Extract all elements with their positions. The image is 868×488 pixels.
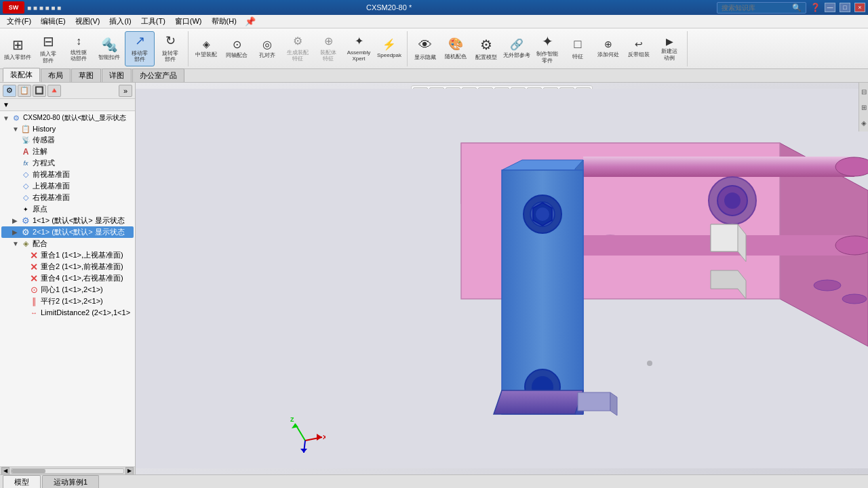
menu-window[interactable]: 窗口(W) — [171, 15, 206, 28]
history-expand[interactable]: ▼ — [12, 125, 20, 133]
tree-coincident1[interactable]: ✕ 重合1 (1<1>,上视基准面) — [1, 249, 134, 261]
belt-asm-button[interactable]: ↩ 反带组装 — [624, 31, 654, 66]
search-input[interactable] — [722, 4, 789, 12]
solid-feature-button[interactable]: □ 特征 — [563, 31, 593, 66]
no-ext-ref-button[interactable]: 🔗 无外部参考 — [502, 31, 532, 66]
tree-part2[interactable]: ▶ ⚙ 2<1> (默认<默认> 显示状态 — [1, 226, 134, 238]
statusbar-tab-model[interactable]: 模型 — [3, 475, 41, 489]
search-icon[interactable]: 🔍 — [792, 3, 802, 12]
insert-parts2-label: 插入零部件 — [40, 51, 56, 64]
svg-rect-6 — [583, 157, 854, 177]
insert-parts2-icon: ⊟ — [43, 33, 54, 49]
help-icon[interactable]: ❓ — [810, 3, 821, 12]
menu-edit[interactable]: 编辑(E) — [37, 15, 70, 28]
tree-top-plane[interactable]: ◇ 上视基准面 — [1, 180, 134, 192]
right-icon-3[interactable]: ◈ — [860, 115, 868, 130]
smart-fastener-button[interactable]: 🔩 智能扣件 — [94, 31, 124, 66]
menu-insert[interactable]: 插入(I) — [105, 15, 135, 28]
asm-feature2-icon: ⊕ — [324, 35, 333, 47]
tab-detail[interactable]: 详图 — [102, 68, 132, 82]
tree-coincident4[interactable]: ✕ 重合4 (1<1>,右视基准面) — [1, 272, 134, 284]
speedpak-button[interactable]: ⚡ Speedpak — [374, 31, 404, 66]
smart-parts-button[interactable]: ✦ 制作智能零件 — [532, 31, 562, 66]
root-label: CXSM20-80 (默认<默认_显示状态 — [23, 113, 126, 123]
asm-feature-button[interactable]: ⚙ 生成装配特征 — [283, 31, 313, 66]
right-icon-1[interactable]: ⊟ — [860, 84, 868, 99]
hole-align-icon: ◎ — [262, 38, 272, 51]
add-where-button[interactable]: ⊕ 添加何处 — [593, 31, 623, 66]
tree-coincident2[interactable]: ✕ 重合2 (1<1>,前视基准面) — [1, 261, 134, 272]
random-color-icon: 🎨 — [448, 37, 463, 52]
mates-expand[interactable]: ▼ — [12, 240, 20, 247]
property-manager-btn[interactable]: 📋 — [18, 85, 31, 97]
tab-layout[interactable]: 布局 — [41, 68, 71, 82]
tree-part1[interactable]: ▶ ⚙ 1<1> (默认<默认> 显示状态 — [1, 215, 134, 226]
scroll-left-btn[interactable]: ◀ — [1, 467, 9, 475]
menu-help[interactable]: 帮助(H) — [208, 15, 241, 28]
svg-point-7 — [835, 157, 868, 176]
part1-expand[interactable]: ▶ — [12, 217, 20, 224]
rotate-parts-label: 旋转零部件 — [162, 50, 178, 63]
config-manager-btn[interactable]: 🔲 — [33, 85, 46, 97]
scroll-right-btn[interactable]: ▶ — [125, 467, 134, 475]
right-icon-2[interactable]: ⊞ — [860, 100, 868, 115]
move-parts-button[interactable]: ↗ 移动零部件 — [125, 31, 155, 66]
close-button[interactable]: × — [854, 3, 865, 12]
statusbar-tab-motion[interactable]: 运动算例1 — [42, 475, 99, 489]
part2-expand[interactable]: ▶ — [12, 228, 20, 236]
front-plane-icon: ◇ — [20, 170, 31, 180]
linear-drive-button[interactable]: ↕ 线性驱动部件 — [64, 31, 94, 66]
feature-tree: ▼ ⚙ CXSM20-80 (默认<默认_显示状态 ▼ 📋 History 📡 … — [0, 111, 135, 466]
tree-annotation[interactable]: A 注解 — [1, 146, 134, 157]
tree-front-plane[interactable]: ◇ 前视基准面 — [1, 169, 134, 180]
assembly-xpert-button[interactable]: ✦ AssemblyXpert — [344, 31, 374, 66]
tab-sketch[interactable]: 草图 — [71, 68, 101, 82]
filter-row: ▼ — [0, 99, 135, 111]
menu-view[interactable]: 视图(V) — [71, 15, 104, 28]
titlebar-left: SW ■ ■ ■ ■ ■ ■ — [3, 1, 61, 14]
search-box[interactable]: 🔍 — [717, 2, 806, 14]
new-motion-icon: ▶ — [666, 36, 673, 47]
tree-right-plane[interactable]: ◇ 右视基准面 — [1, 192, 134, 203]
show-hide-button[interactable]: 👁 显示隐藏 — [410, 31, 440, 66]
annotation-label: 注解 — [33, 146, 47, 157]
tree-history[interactable]: ▼ 📋 History — [1, 123, 134, 134]
par2-label: 平行2 (1<1>,2<1>) — [41, 296, 103, 306]
model-area: Z X Y — [136, 83, 868, 474]
tree-parallel2[interactable]: ∥ 平行2 (1<1>,2<1>) — [1, 296, 134, 307]
insert-parts-button[interactable]: ⊞ 插入零部件 — [3, 31, 33, 66]
hole-align-button[interactable]: ◎ 孔对齐 — [252, 31, 282, 66]
rotate-parts-button[interactable]: ↻ 旋转零部件 — [155, 31, 185, 66]
panel-expand-btn[interactable]: » — [119, 85, 132, 97]
scroll-track[interactable] — [11, 468, 124, 474]
menu-file[interactable]: 文件(F) — [3, 15, 35, 28]
pin-icon[interactable]: 📌 — [245, 16, 256, 26]
minimize-button[interactable]: — — [825, 3, 835, 12]
new-motion-button[interactable]: ▶ 新建运动例 — [654, 31, 684, 66]
cxasm-button[interactable]: ◈ 中望装配 — [191, 31, 221, 66]
config-model-button[interactable]: ⚙ 配置模型 — [471, 31, 501, 66]
markup-btn[interactable]: 🔺 — [47, 85, 61, 97]
insert-parts2-button[interactable]: ⊟ 插入零部件 — [33, 31, 63, 66]
menu-tools[interactable]: 工具(T) — [137, 15, 170, 28]
tab-assembly[interactable]: 装配体 — [3, 68, 40, 82]
tab-office[interactable]: 办公室产品 — [132, 68, 184, 82]
toolbar-group-parts: ⊞ 插入零部件 ⊟ 插入零部件 ↕ 线性驱动部件 🔩 智能扣件 ↗ 移动零部件 … — [3, 31, 189, 66]
tree-equations[interactable]: fx 方程式 — [1, 157, 134, 169]
tree-origin[interactable]: ✦ 原点 — [1, 203, 134, 215]
feature-manager-btn[interactable]: ⚙ — [3, 85, 16, 97]
asm-feature2-button[interactable]: ⊕ 装配体特征 — [313, 31, 343, 66]
config-model-label: 配置模型 — [475, 54, 497, 61]
restore-button[interactable]: □ — [840, 3, 850, 12]
tree-root[interactable]: ▼ ⚙ CXSM20-80 (默认<默认_显示状态 — [1, 113, 134, 123]
tree-concentric1[interactable]: ⊙ 同心1 (1<1>,2<1>) — [1, 284, 134, 296]
c2-label: 重合2 (1<1>,前视基准面) — [41, 262, 123, 272]
tree-mates[interactable]: ▼ ◈ 配合 — [1, 238, 134, 249]
coaxial-button[interactable]: ⊙ 同轴配合 — [222, 31, 252, 66]
tree-sensor[interactable]: 📡 传感器 — [1, 134, 134, 146]
model-svg — [136, 83, 868, 474]
root-expand[interactable]: ▼ — [3, 115, 11, 122]
tree-limitdist2[interactable]: ↔ LimitDistance2 (2<1>,1<1> — [1, 307, 134, 318]
random-color-button[interactable]: 🎨 随机配色 — [441, 31, 471, 66]
svg-marker-28 — [494, 390, 583, 414]
